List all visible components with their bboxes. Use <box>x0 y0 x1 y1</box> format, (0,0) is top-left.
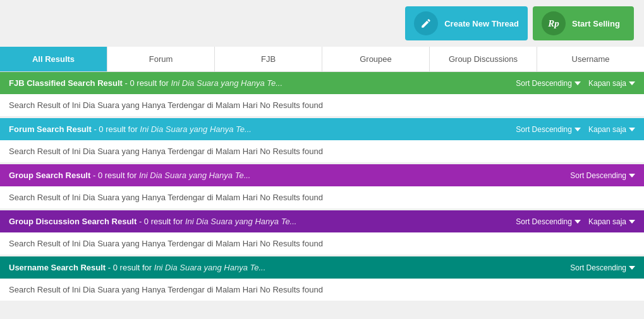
group-result-count: - 0 result for <box>93 171 139 180</box>
tab-username[interactable]: Username <box>537 47 644 71</box>
group-discussion-sort-button[interactable]: Sort Descending <box>516 217 581 226</box>
fjb-sort-button[interactable]: Sort Descending <box>516 79 581 88</box>
group-discussion-section: Group Discussion Search Result - 0 resul… <box>0 210 644 255</box>
group-section-title: Group Search Result <box>9 171 90 180</box>
forum-section-body: Search Result of Ini Dia Suara yang Hany… <box>0 140 644 163</box>
group-discussion-time-button[interactable]: Kapan saja <box>588 217 635 226</box>
create-thread-icon <box>414 11 438 35</box>
fjb-section-header: FJB Classified Search Result - 0 result … <box>0 72 644 94</box>
tab-fjb[interactable]: FJB <box>215 47 322 71</box>
fjb-section-title: FJB Classified Search Result <box>9 78 123 88</box>
forum-time-button[interactable]: Kapan saja <box>588 125 635 134</box>
username-query: Ini Dia Suara yang Hanya Te... <box>154 263 266 272</box>
username-section-header: Username Search Result - 0 result for In… <box>0 256 644 279</box>
create-new-thread-button[interactable]: Create New Thread <box>405 6 528 40</box>
toolbar: Create New Thread Rp Start Selling <box>0 0 644 47</box>
start-selling-button[interactable]: Rp Start Selling <box>533 6 634 40</box>
tab-group-discussions[interactable]: Group Discussions <box>430 47 537 71</box>
group-discussion-result-count: - 0 result for <box>139 217 185 226</box>
group-section: Group Search Result - 0 result for Ini D… <box>0 164 644 209</box>
group-section-body: Search Result of Ini Dia Suara yang Hany… <box>0 186 644 209</box>
group-discussion-section-body: Search Result of Ini Dia Suara yang Hany… <box>0 232 644 255</box>
tab-groupee[interactable]: Groupee <box>322 47 430 71</box>
search-sections: FJB Classified Search Result - 0 result … <box>0 72 644 301</box>
forum-controls: Sort Descending Kapan saja <box>516 125 635 134</box>
group-discussion-section-header: Group Discussion Search Result - 0 resul… <box>0 210 644 232</box>
group-discussion-section-title: Group Discussion Search Result <box>9 217 137 226</box>
tab-forum[interactable]: Forum <box>107 47 215 71</box>
username-result-count: - 0 result for <box>108 263 154 272</box>
username-sort-button[interactable]: Sort Descending <box>570 263 635 272</box>
forum-section-title: Forum Search Result <box>9 124 92 134</box>
start-selling-icon: Rp <box>542 11 566 35</box>
forum-query: Ini Dia Suara yang Hanya Te... <box>140 124 252 134</box>
username-section: Username Search Result - 0 result for In… <box>0 256 644 301</box>
username-controls: Sort Descending <box>570 263 635 272</box>
forum-result-count: - 0 result for <box>94 124 140 134</box>
group-controls: Sort Descending <box>570 171 635 180</box>
fjb-section-body: Search Result of Ini Dia Suara yang Hany… <box>0 94 644 117</box>
fjb-controls: Sort Descending Kapan saja <box>516 79 635 88</box>
username-section-body: Search Result of Ini Dia Suara yang Hany… <box>0 279 644 301</box>
group-section-header: Group Search Result - 0 result for Ini D… <box>0 164 644 186</box>
group-query: Ini Dia Suara yang Hanya Te... <box>139 171 251 180</box>
tab-all-results[interactable]: All Results <box>0 47 107 71</box>
group-discussion-controls: Sort Descending Kapan saja <box>516 217 635 226</box>
forum-section-header: Forum Search Result - 0 result for Ini D… <box>0 118 644 140</box>
group-discussion-query: Ini Dia Suara yang Hanya Te... <box>185 217 297 226</box>
forum-sort-button[interactable]: Sort Descending <box>516 125 581 134</box>
nav-tabs: All Results Forum FJB Groupee Group Disc… <box>0 47 644 72</box>
create-thread-label: Create New Thread <box>444 19 519 28</box>
fjb-result-count: - 0 result for <box>125 78 171 88</box>
username-section-title: Username Search Result <box>9 263 106 272</box>
forum-section: Forum Search Result - 0 result for Ini D… <box>0 118 644 163</box>
group-sort-button[interactable]: Sort Descending <box>570 171 635 180</box>
fjb-time-button[interactable]: Kapan saja <box>588 79 635 88</box>
fjb-section: FJB Classified Search Result - 0 result … <box>0 72 644 117</box>
fjb-query: Ini Dia Suara yang Hanya Te... <box>171 78 283 88</box>
start-selling-label: Start Selling <box>572 19 620 28</box>
